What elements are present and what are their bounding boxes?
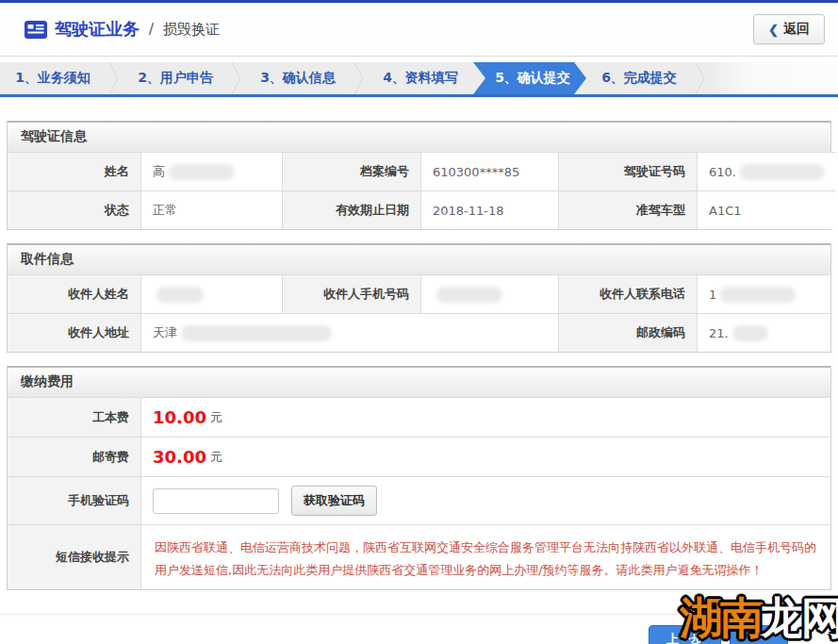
step-label: 2、用户申告 [138, 70, 213, 87]
pickup-info-section: 取件信息 收件人姓名 收件人手机号码 收件人联系电话 1 收件人地址 天津 邮政… [7, 243, 831, 353]
postage-fee-amount: 30.00 [153, 447, 206, 467]
step-progress-bar: 1、业务须知 2、用户申告 3、确认信息 4、资料填写 5、确认提交 6、完成提… [0, 62, 838, 94]
postage-fee-value: 30.00元 [140, 437, 830, 476]
recipient-mobile-label: 收件人手机号码 [282, 274, 420, 313]
step-1-business-notice[interactable]: 1、业务须知 [0, 62, 106, 94]
license-card-icon [25, 21, 47, 39]
breadcrumb: 驾驶证业务 / 损毁换证 [25, 18, 220, 41]
previous-step-button[interactable]: 上一步 [649, 625, 721, 644]
back-chevron-icon: ❮ [768, 23, 779, 37]
production-fee-amount: 10.00 [153, 407, 206, 427]
status-label: 状态 [8, 190, 140, 229]
status-value: 正常 [140, 190, 282, 229]
production-fee-label: 工本费 [8, 397, 140, 437]
pickup-info-table: 收件人姓名 收件人手机号码 收件人联系电话 1 收件人地址 天津 邮政编码 21… [8, 274, 830, 352]
step-separator [106, 62, 123, 94]
license-info-section: 驾驶证信息 姓名 高 档案编号 610300****85 驾驶证号码 610. … [7, 121, 831, 230]
sms-notice-label: 短信接收提示 [8, 524, 140, 589]
production-fee-value: 10.00元 [140, 397, 830, 437]
name-value: 高 [140, 152, 282, 190]
postage-fee-label: 邮寄费 [8, 437, 140, 476]
step-separator [351, 62, 368, 94]
get-code-button[interactable]: 获取验证码 [291, 486, 377, 516]
redaction-blur [156, 287, 204, 303]
recipient-name-value [140, 274, 282, 313]
license-section-title: 驾驶证信息 [8, 121, 830, 152]
fees-section: 缴纳费用 工本费 10.00元 邮寄费 30.00元 手机验证码 获取验证码 短… [7, 366, 831, 590]
file-no-value: 610300****85 [420, 152, 558, 190]
redaction-blur [732, 325, 768, 341]
redaction-blur [436, 287, 502, 303]
sms-notice-text: 因陕西省联通、电信运营商技术问题，陕西省互联网交通安全综合服务管理平台无法向持陕… [140, 524, 830, 589]
back-button[interactable]: ❮ 返回 [753, 14, 825, 44]
step-label: 3、确认信息 [260, 70, 336, 87]
step-bar-underline [0, 94, 838, 97]
sms-code-label: 手机验证码 [8, 476, 140, 524]
address-label: 收件人地址 [8, 313, 140, 352]
step-separator [228, 62, 245, 94]
file-no-label: 档案编号 [282, 152, 420, 190]
redaction-blur [181, 325, 332, 341]
breadcrumb-separator: / [149, 21, 154, 38]
sms-code-input[interactable] [153, 488, 279, 514]
step-separator [692, 62, 709, 94]
step-label: 4、资料填写 [383, 70, 458, 87]
recipient-phone-label: 收件人联系电话 [558, 274, 697, 313]
license-no-label: 驾驶证号码 [558, 152, 697, 190]
recipient-name-label: 收件人姓名 [8, 274, 140, 313]
redaction-blur [740, 164, 825, 180]
license-no-value: 610. [697, 152, 836, 190]
license-info-table: 姓名 高 档案编号 610300****85 驾驶证号码 610. 状态 正常 … [8, 152, 830, 229]
address-value: 天津 [140, 313, 558, 352]
footer-actions: 上一步 [0, 614, 838, 644]
postage-fee-unit: 元 [210, 449, 222, 466]
step-2-user-declaration[interactable]: 2、用户申告 [123, 62, 228, 94]
fees-table: 工本费 10.00元 邮寄费 30.00元 手机验证码 获取验证码 短信接收提示… [8, 397, 830, 589]
redaction-blur [720, 287, 796, 303]
fees-section-title: 缴纳费用 [8, 366, 830, 397]
expiry-label: 有效期止日期 [282, 190, 420, 229]
expiry-value: 2018-11-18 [420, 190, 558, 229]
recipient-mobile-value [420, 274, 558, 313]
sms-code-row: 获取验证码 [140, 476, 830, 524]
name-label: 姓名 [8, 152, 140, 190]
back-button-label: 返回 [783, 21, 810, 38]
header: 驾驶证业务 / 损毁换证 ❮ 返回 [0, 3, 838, 57]
app-title: 驾驶证业务 [55, 18, 140, 41]
step-label: 5、确认提交 [495, 70, 570, 87]
step-4-fill-info[interactable]: 4、资料填写 [368, 62, 473, 94]
step-5-confirm-submit-active[interactable]: 5、确认提交 [473, 62, 586, 94]
postcode-value: 21. [697, 313, 830, 352]
page-title: 损毁换证 [163, 21, 220, 39]
recipient-phone-value: 1 [697, 274, 830, 313]
postcode-label: 邮政编码 [558, 313, 697, 352]
step-bar-filler [709, 62, 838, 94]
vehicle-class-value: A1C1 [697, 190, 836, 229]
step-3-confirm-info[interactable]: 3、确认信息 [245, 62, 351, 94]
production-fee-unit: 元 [210, 409, 222, 426]
page: 驾驶证业务 / 损毁换证 ❮ 返回 1、业务须知 2、用户申告 3、确认信息 4… [0, 0, 838, 644]
step-6-complete-submit[interactable]: 6、完成提交 [586, 62, 692, 94]
redaction-blur [169, 164, 235, 180]
step-label: 6、完成提交 [601, 70, 677, 87]
step-label: 1、业务须知 [15, 70, 90, 87]
vehicle-class-label: 准驾车型 [558, 190, 697, 229]
obscured-submit-button[interactable] [730, 625, 788, 644]
pickup-section-title: 取件信息 [8, 243, 830, 274]
